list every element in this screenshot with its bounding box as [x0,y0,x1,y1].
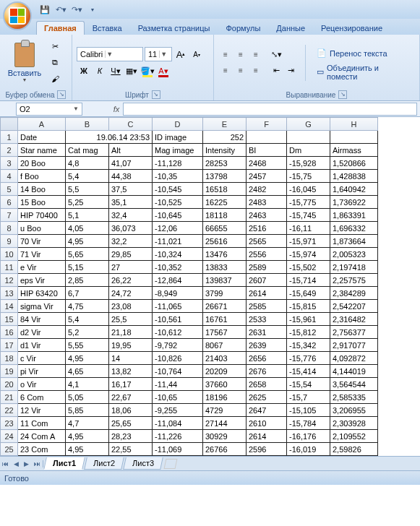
align-top[interactable]: ≡ [218,48,233,62]
cell[interactable]: -10,645 [153,209,203,222]
cell[interactable]: 2610 [247,417,287,430]
tab-insert[interactable]: Вставка [85,21,130,35]
merge-cells-button[interactable]: ▭Объединить и помести [313,64,415,80]
cell[interactable]: 4,65 [66,365,109,378]
cell[interactable]: 37660 [203,378,247,391]
row-header[interactable]: 23 [1,417,18,430]
redo-icon[interactable]: ↷▾ [71,4,82,15]
cell[interactable]: 2482 [247,183,287,196]
cell[interactable]: 26766 [203,443,247,456]
cell[interactable]: -15,75 [287,170,330,183]
cell[interactable]: -15,974 [287,248,330,261]
cell[interactable]: 19.06.14 23:53 [66,131,153,144]
italic-button[interactable]: К [93,64,107,78]
cell[interactable]: 17567 [203,326,247,339]
font-color-button[interactable]: A▾ [156,64,171,78]
cell[interactable]: 2,756377 [330,326,378,339]
cell[interactable]: 20209 [203,365,247,378]
cell[interactable]: -15,105 [287,404,330,417]
cell[interactable]: 15 Boo [18,196,66,209]
row-header[interactable]: 21 [1,391,18,404]
cell[interactable]: -10,826 [153,352,203,365]
cell[interactable]: -10,561 [153,313,203,326]
row-header[interactable]: 11 [1,261,18,274]
cell[interactable]: 2556 [247,248,287,261]
cell[interactable]: -11,226 [153,430,203,443]
cell[interactable]: 13,82 [109,365,153,378]
cell[interactable]: Airmass [330,144,378,157]
cell[interactable]: 5,5 [66,183,109,196]
align-bottom[interactable]: ≡ [249,48,263,62]
cell[interactable]: 5,85 [66,404,109,417]
cell[interactable]: 8067 [203,339,247,352]
cell[interactable]: 4,8 [66,157,109,170]
cell[interactable]: 3799 [203,287,247,300]
sheet-tab-2[interactable]: Лист2 [84,457,124,470]
cell[interactable]: 4,95 [66,352,109,365]
row-header[interactable]: 2 [1,144,18,157]
cell[interactable]: 28253 [203,157,247,170]
tab-last-icon[interactable]: ⏭ [32,460,43,467]
col-header[interactable]: C [109,118,153,131]
cell[interactable]: 41,07 [109,157,153,170]
insert-sheet-icon[interactable] [164,459,178,469]
cell[interactable]: 5,55 [66,339,109,352]
cell[interactable]: 2,542207 [330,300,378,313]
cell[interactable]: o Vir [18,378,66,391]
cell[interactable]: 4,144019 [330,365,378,378]
cell[interactable]: 4,05 [66,222,109,235]
cell[interactable]: -16,176 [287,430,330,443]
row-header[interactable]: 14 [1,300,18,313]
cell[interactable]: -10,65 [153,391,203,404]
cell[interactable]: HIP 63420 [18,287,66,300]
cell[interactable]: 6 Com [18,391,66,404]
row-header[interactable]: 12 [1,274,18,287]
cell[interactable]: -11,065 [153,300,203,313]
cell[interactable]: 44,38 [109,170,153,183]
cell[interactable]: 66655 [203,222,247,235]
cell[interactable]: 32,2 [109,235,153,248]
cell[interactable]: ID image [153,131,203,144]
cell[interactable]: 16518 [203,183,247,196]
cell[interactable]: 2639 [247,339,287,352]
cell[interactable]: pi Vir [18,365,66,378]
row-header[interactable]: 22 [1,404,18,417]
cell[interactable]: 2614 [247,430,287,443]
orientation-button[interactable]: ⤡▾ [269,48,283,62]
cell[interactable]: 18196 [203,391,247,404]
row-header[interactable]: 8 [1,222,18,235]
cell[interactable]: 4,1 [66,378,109,391]
cell[interactable]: -11,069 [153,443,203,456]
tab-next-icon[interactable]: ▶ [22,460,33,467]
cell[interactable]: 2614 [247,287,287,300]
cell[interactable]: 24,72 [109,287,153,300]
tab-layout[interactable]: Разметка страницы [130,21,218,35]
cell[interactable]: Dm [287,144,330,157]
cell[interactable]: -10,612 [153,326,203,339]
row-header[interactable]: 18 [1,352,18,365]
row-header[interactable]: 16 [1,326,18,339]
copy-icon[interactable]: ⧉ [48,56,62,70]
align-right[interactable]: ≡ [249,64,263,78]
cell[interactable]: -15,775 [287,196,330,209]
cell[interactable]: sigma Vir [18,300,66,313]
cell[interactable]: 2596 [247,443,287,456]
cell[interactable]: 19,95 [109,339,153,352]
sheet-tab-3[interactable]: Лист3 [123,457,163,470]
col-header[interactable]: B [66,118,109,131]
cell[interactable]: 18118 [203,209,247,222]
cell[interactable]: 27 [109,261,153,274]
align-center[interactable]: ≡ [233,64,248,78]
font-name-combo[interactable]: Calibri▼ [77,47,143,61]
cell[interactable]: c Vir [18,352,66,365]
cell[interactable]: 2468 [247,157,287,170]
underline-button[interactable]: Ч▾ [108,64,123,78]
cell[interactable]: 25,5 [109,313,153,326]
cell[interactable]: 22,67 [109,391,153,404]
cell[interactable]: Cat mag [66,144,109,157]
cell[interactable]: 22,55 [109,443,153,456]
cell[interactable]: -15,7 [287,391,330,404]
col-header[interactable]: A [18,118,66,131]
align-middle[interactable]: ≡ [233,48,248,62]
cell[interactable]: 29,85 [109,248,153,261]
